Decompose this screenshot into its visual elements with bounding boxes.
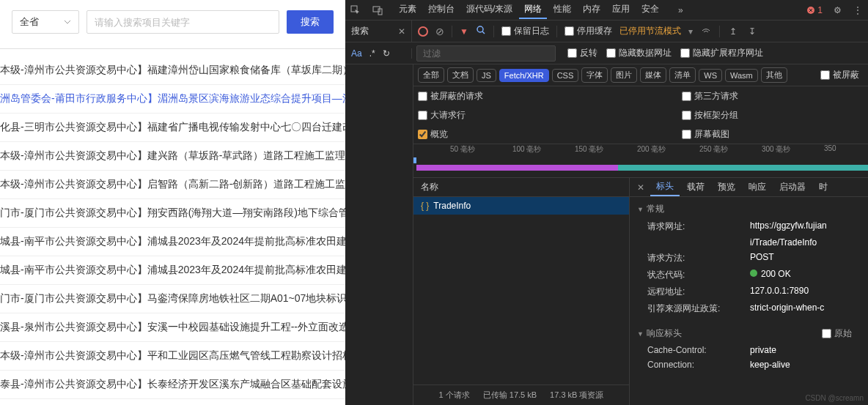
timeline[interactable]: 50 毫秒100 毫秒150 毫秒200 毫秒250 毫秒300 毫秒350 [413,144,868,178]
request-row[interactable]: { } TradeInfo [413,197,629,215]
tick: 50 毫秒 [450,144,475,155]
kv-row: Cache-Control:private [630,343,868,357]
blocked-resp-checkbox[interactable]: 被屏蔽 [820,69,859,81]
list-item[interactable]: 本级-漳州市公共资源交易中心】启智路（高新二路-创新路）道路工程施工监理 [0,171,345,199]
network-toolbar: ⊘ ▼ 保留日志 停用缓存 已停用节流模式 ▾ ↥ ↧ [412,21,868,42]
resource-size: 17.3 kB 项资源 [550,390,603,401]
list-item[interactable]: 化县-三明市公共资源交易中心】福建省广播电视传输发射中心七〇四台迁建改 [0,114,345,142]
tab-源代码/来源[interactable]: 源代码/来源 [461,1,518,19]
detail-tab[interactable]: 响应 [743,179,772,196]
status-bar: 1 个请求 已传输 17.5 kB 17.3 kB 项资源 [413,384,629,405]
hide-ext-checkbox[interactable]: 隐藏扩展程序网址 [680,47,763,59]
match-case-icon[interactable]: Aa [351,48,362,59]
tab-内存[interactable]: 内存 [578,1,606,19]
detail-tab[interactable]: 预览 [712,179,741,196]
type-chip[interactable]: WS [699,69,722,82]
error-badge[interactable]: 1 [806,5,823,15]
disable-cache-checkbox[interactable]: 停用缓存 [564,25,612,37]
type-chip[interactable]: 清单 [669,67,696,83]
type-chip[interactable]: 文档 [447,67,474,83]
name-column: 名称 { } TradeInfo 1 个请求 已传输 17.5 kB 17.3 … [413,178,630,405]
detail-tab[interactable]: 启动器 [773,179,812,196]
search-row: 全省 搜索 [0,0,345,44]
type-chip[interactable]: CSS [552,69,579,82]
filter-input[interactable] [416,45,556,62]
type-chip[interactable]: 其他 [761,67,787,83]
list-item[interactable]: 本级-漳州市公共资源交易中心】平和工业园区高压燃气管线工程勘察设计招标 [0,342,345,371]
tab-元素[interactable]: 元素 [394,1,422,19]
name-column-header[interactable]: 名称 [413,178,629,197]
list-item[interactable]: 城县-南平市公共资源交易中心】浦城县2023年及2024年提前批高标准农田建设 [0,256,345,285]
result-list: 本级-漳州市公共资源交易中心】福建漳州岱山国家粮食储备库（草坂库二期）洲岛管委会… [0,49,345,399]
overview-checkbox[interactable]: 概览 [418,128,682,141]
tab-安全[interactable]: 安全 [636,1,664,19]
regex-icon[interactable]: .* [369,48,375,59]
settings-icon[interactable]: ⚙ [831,4,843,16]
blocked-req-checkbox[interactable]: 被屏蔽的请求 [418,90,682,103]
list-item[interactable]: 城县-南平市公共资源交易中心】浦城县2023年及2024年提前批高标准农田建设 [0,228,345,256]
wifi-icon[interactable] [700,26,712,37]
request-name: TradeInfo [433,201,471,211]
hide-data-checkbox[interactable]: 隐藏数据网址 [606,47,672,59]
device-icon[interactable] [372,4,383,16]
devtools-panel: 元素控制台源代码/来源网络性能内存应用安全 » 1 ⚙ ⋮ 搜索 ✕ ⊘ ▼ 保… [345,0,868,405]
screenshots-checkbox[interactable]: 屏幕截图 [682,128,729,141]
throttle-status[interactable]: 已停用节流模式 [619,25,681,37]
close-icon[interactable]: ✕ [398,26,405,37]
list-item[interactable]: 门市-厦门市公共资源交易中心】马銮湾保障房地铁社区二期A01~07地块标识标 [0,285,345,313]
list-item[interactable]: 本级-漳州市公共资源交易中心】建兴路（草坂路-草武路）道路工程施工监理（ [0,142,345,171]
kv-row: Connection:keep-alive [630,357,868,372]
throttle-caret-icon[interactable]: ▾ [688,26,693,37]
list-item[interactable]: 门市-厦门市公共资源交易中心】翔安西路(海翔大道—翔安南路段)地下综合管廊 [0,199,345,228]
upload-icon[interactable]: ↥ [727,26,739,37]
province-select[interactable]: 全省 [12,10,79,34]
watermark: CSDN @screamn [805,394,864,402]
raw-checkbox[interactable]: 原始 [822,327,861,340]
inspect-icon[interactable] [350,4,361,16]
refresh-icon[interactable]: ↻ [383,48,390,59]
devtools-toolbar: 元素控制台源代码/来源网络性能内存应用安全 » 1 ⚙ ⋮ [345,0,868,21]
type-chip[interactable]: Wasm [725,69,758,82]
group-frame-checkbox[interactable]: 按框架分组 [682,109,738,122]
tab-控制台[interactable]: 控制台 [423,1,460,19]
type-chip[interactable]: Fetch/XHR [499,69,549,82]
type-chip[interactable]: JS [477,69,496,82]
type-chip[interactable]: 字体 [581,67,608,83]
list-item[interactable]: 本级-漳州市公共资源交易中心】福建漳州岱山国家粮食储备库（草坂库二期） [0,56,345,85]
big-rows-checkbox[interactable]: 大请求行 [418,109,682,122]
record-button[interactable] [418,26,428,37]
tab-网络[interactable]: 网络 [519,1,547,19]
preserve-log-checkbox[interactable]: 保留日志 [501,25,549,37]
download-icon[interactable]: ↧ [746,26,758,37]
tick: 250 毫秒 [699,144,728,155]
second-row: 搜索 ✕ ⊘ ▼ 保留日志 停用缓存 已停用节流模式 ▾ ↥ ↧ [345,21,868,42]
kv-row: i/Trade/TradeInfo [630,235,868,250]
tick: 300 毫秒 [762,144,790,155]
tab-应用[interactable]: 应用 [607,1,635,19]
list-item[interactable]: 泰县-漳州市公共资源交易中心】长泰经济开发区溪东产城融合区基础配套设施 [0,371,345,399]
json-icon: { } [421,201,429,211]
search-input[interactable] [87,10,279,34]
search-icon[interactable] [476,25,486,37]
search-button[interactable]: 搜索 [287,10,334,34]
detail-tab[interactable]: 载荷 [681,179,710,196]
type-chip[interactable]: 图片 [611,67,637,83]
timeline-bars [413,157,868,175]
filter-icon[interactable]: ▼ [460,26,468,37]
detail-tab[interactable]: 时 [813,179,834,196]
list-item[interactable]: 洲岛管委会-莆田市行政服务中心】湄洲岛景区滨海旅游业态综合提升项目—湄 [0,85,345,114]
clear-icon[interactable]: ⊘ [435,26,444,37]
third-party-checkbox[interactable]: 第三方请求 [682,90,738,103]
more-tabs-icon[interactable]: » [674,4,686,16]
type-chip[interactable]: 全部 [418,67,444,83]
response-headers-section[interactable]: ▼响应标头 原始 [630,324,868,343]
type-chip[interactable]: 媒体 [640,67,666,83]
general-section[interactable]: ▼常规 [630,200,868,218]
detail-tab[interactable]: 标头 [650,178,680,196]
kv-row: 状态代码:200 OK [630,267,868,283]
tab-性能[interactable]: 性能 [548,1,576,19]
list-item[interactable]: 溪县-泉州市公共资源交易中心】安溪一中校园基础设施提升工程--外立面改造项 [0,313,345,342]
more-icon[interactable]: ⋮ [852,4,864,16]
close-detail-icon[interactable]: ✕ [633,182,649,193]
invert-checkbox[interactable]: 反转 [567,47,597,59]
